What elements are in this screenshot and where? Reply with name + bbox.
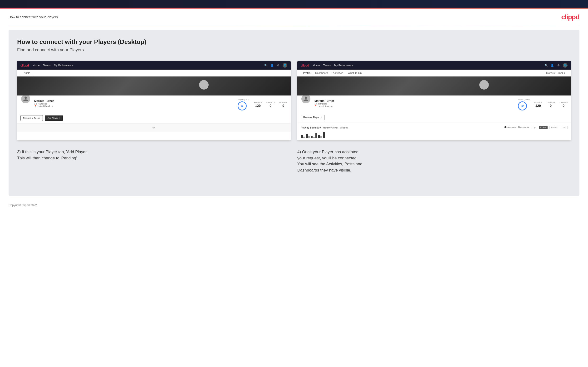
descriptions-row: 3) If this is your Player tap, 'Add Play… [17,149,571,173]
main-content: How to connect with your Players (Deskto… [9,30,579,196]
stat-followers-2: Followers 0 [547,101,555,108]
bar-group-4 [315,133,317,138]
user-icon-1[interactable]: 👤 [270,63,274,67]
description-text-1: 3) If this is your Player tap, 'Add Play… [17,149,291,161]
activity-controls: On course Off course 1 yr 6 mths 3 mths … [504,126,568,129]
remove-player-button[interactable]: Remove Player × [301,115,324,120]
player-name-2: Marcus Turner [314,99,515,103]
stat-activities-2: Activities 129 [534,101,542,108]
app-bottom-area-1: ✏ [17,123,291,132]
hero-circle-1 [199,80,209,90]
stat-following-value-1: 0 [279,104,287,108]
hero-circle-2 [479,80,489,90]
bar-group-1 [301,135,305,138]
tab-what-to-on-2[interactable]: What To On [345,70,364,76]
nav-home-1: Home [33,64,40,67]
player-info-1: Marcus Turner 1-5 Handicap 📍 United King… [34,99,234,107]
player-location-2: 📍 United Kingdom [314,105,515,107]
nav-home-2: Home [313,64,320,67]
main-title: How to connect with your Players (Deskto… [17,38,571,46]
tab-profile-2[interactable]: Profile [301,70,313,76]
description-1: 3) If this is your Player tap, 'Add Play… [17,149,291,173]
search-icon-1[interactable]: 🔍 [264,63,268,67]
tab-user-dropdown-2[interactable]: Marcus Turner ▾ [544,70,568,76]
stat-following-value-2: 0 [560,104,568,108]
stat-followers-1: Followers 0 [266,101,275,108]
quality-label-2: Player Quality [518,98,530,100]
stat-following-1: Following 0 [279,101,287,108]
brand-logo: clippd [561,13,579,21]
app-nav-icons-1: 🔍 👤 ⚙ 🌐 [264,63,287,68]
app-brand-1: clippd [20,64,29,67]
bar-group-3 [311,136,315,138]
legend-dot-on [504,126,506,128]
legend-dot-off [518,126,520,128]
stat-followers-label-1: Followers [266,101,275,103]
bar-on-6 [323,132,325,138]
stat-following-label-1: Following [279,101,287,103]
app-tabs-1: Profile [17,70,291,76]
stat-activities-value-2: 129 [534,104,542,108]
bar-on-1 [301,135,303,138]
player-handicap-2: 1-5 Handicap [314,103,515,105]
bar-group-2 [306,134,310,138]
bar-on-3 [311,136,312,138]
remove-x-icon: × [320,116,322,119]
filter-3mths[interactable]: 3 mths [549,126,558,129]
request-follow-button[interactable]: Request to Follow [20,115,43,121]
stat-activities-label-2: Activities [534,101,542,103]
settings-icon-1[interactable]: ⚙ [277,63,280,67]
stat-followers-value-1: 0 [266,104,275,108]
location-pin-icon-2: 📍 [314,105,317,107]
tab-dashboard-2[interactable]: Dashboard [313,70,330,76]
app-navbar-2: clippd Home Teams My Performance 🔍 👤 ⚙ 🌐 [297,61,571,70]
stat-activities-label-1: Activities [254,101,262,103]
app-mockup-1: clippd Home Teams My Performance 🔍 👤 ⚙ 🌐 [17,61,291,132]
filter-1mth[interactable]: 1 mth [560,126,568,129]
app-nav-links-1: Home Teams My Performance [33,64,260,67]
screenshots-row: clippd Home Teams My Performance 🔍 👤 ⚙ 🌐 [17,61,571,140]
stat-activities-1: Activities 129 [254,101,262,108]
filter-6mths[interactable]: 6 mths [539,126,548,129]
pencil-icon: ✏ [153,126,155,130]
stat-activities-value-1: 129 [254,104,262,108]
activity-subtitle: · Monthly Activity · 6 Months [322,127,348,129]
nav-myperf-1: My Performance [54,64,73,67]
quality-circle-2: 92 [518,101,527,110]
mini-bar-chart [301,131,568,138]
screenshot-2: clippd Home Teams My Performance 🔍 👤 ⚙ 🌐 [297,61,571,140]
nav-teams-1: Teams [43,64,51,67]
bar-group-5 [318,135,322,138]
tab-activities-2[interactable]: Activities [330,70,345,76]
bar-off-3 [313,137,315,138]
player-stats-2: Player Quality 92 Activities 129 Followe… [518,98,568,110]
app-tabs-2: Profile Dashboard Activities What To On … [297,70,571,76]
avatar-1[interactable]: 🌐 [283,63,287,68]
tab-profile-1[interactable]: Profile [20,70,33,76]
search-icon-2[interactable]: 🔍 [544,63,548,67]
page-header: How to connect with your Players clippd [0,8,588,25]
page-footer: Copyright Clippd 2022 [0,201,588,210]
bar-on-2 [306,134,308,138]
avatar-2[interactable]: 🌐 [563,63,568,68]
quality-wrap-2: Player Quality 92 [518,98,530,110]
player-stats-1: Player Quality 92 Activities 129 Followe… [238,98,287,110]
description-text-2: 4) Once your Player has acceptedyour req… [297,149,571,173]
legend-off-course: Off course [518,126,529,128]
bar-off-2 [308,136,310,138]
quality-label-1: Player Quality [238,98,250,100]
bar-off-5 [320,136,322,138]
legend-on-course: On course [504,126,516,128]
description-2: 4) Once your Player has acceptedyour req… [297,149,571,173]
app-nav-icons-2: 🔍 👤 ⚙ 🌐 [544,63,568,68]
stat-followers-label-2: Followers [547,101,555,103]
add-player-button[interactable]: Add Player + [45,115,63,121]
user-icon-2[interactable]: 👤 [550,63,554,67]
location-pin-icon-1: 📍 [34,105,37,107]
main-subtitle: Find and connect with your Players [17,48,571,52]
app-profile-section-1: Marcus Turner 1-5 Handicap 📍 United King… [17,95,291,113]
quality-circle-1: 92 [238,101,247,110]
app-mockup-2: clippd Home Teams My Performance 🔍 👤 ⚙ 🌐 [297,61,571,140]
filter-1yr[interactable]: 1 yr [531,126,537,129]
settings-icon-2[interactable]: ⚙ [557,63,560,67]
